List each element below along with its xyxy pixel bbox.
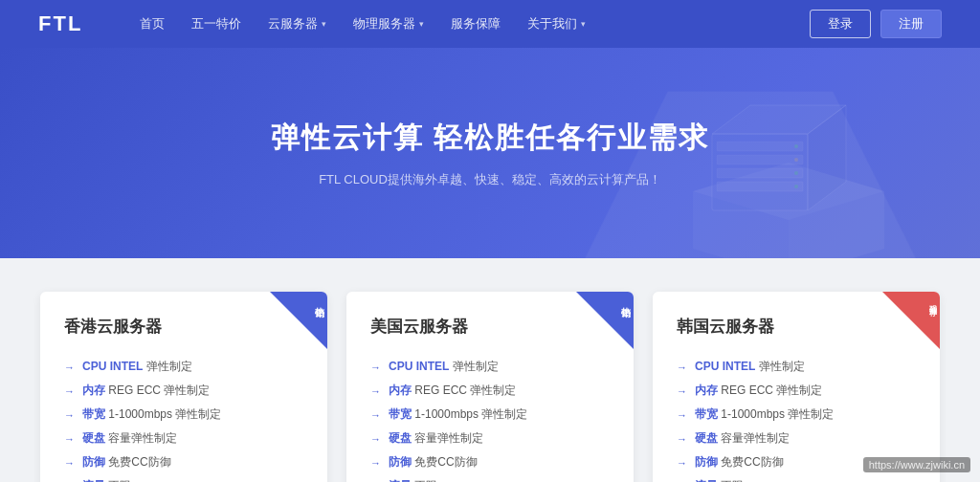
list-item: → CPU INTEL 弹性制定 xyxy=(64,355,303,379)
svg-rect-4 xyxy=(717,142,803,151)
nav: 首页 五一特价 云服务器 ▾ 物理服务器 ▾ 服务保障 关于我们 ▾ xyxy=(140,15,810,33)
badge-text-2: 热销 xyxy=(620,299,630,301)
nav-item-home[interactable]: 首页 xyxy=(140,15,165,33)
arrow-icon: → xyxy=(677,362,687,373)
arrow-icon: → xyxy=(64,362,75,373)
list-item: → 硬盘 容量弹性制定 xyxy=(370,427,610,450)
svg-rect-5 xyxy=(717,155,803,164)
arrow-icon: → xyxy=(370,409,381,421)
card-features-1: → CPU INTEL 弹性制定 → 内存 REG ECC 弹性制定 → 带宽 … xyxy=(64,355,303,482)
svg-point-11 xyxy=(794,158,798,162)
card-title-2: 美国云服务器 xyxy=(370,316,610,338)
list-item: → CPU INTEL 弹性制定 xyxy=(370,355,610,379)
header-buttons: 登录 注册 xyxy=(810,10,942,38)
arrow-icon: → xyxy=(370,385,381,397)
svg-point-12 xyxy=(794,171,798,175)
cards-row: 热销 香港云服务器 → CPU INTEL 弹性制定 → 内存 REG ECC … xyxy=(38,292,942,482)
svg-point-13 xyxy=(794,185,798,188)
arrow-icon: → xyxy=(370,433,381,445)
hero-section: 弹性云计算 轻松胜任各行业需求 FTL CLOUD提供海外卓越、快速、稳定、高效… xyxy=(0,48,980,258)
list-item: → 防御 免费CC防御 xyxy=(64,450,303,474)
list-item: → 内存 REG ECC 弹性制定 xyxy=(677,379,916,403)
arrow-icon: → xyxy=(64,409,75,421)
login-button[interactable]: 登录 xyxy=(810,10,871,38)
arrow-icon: → xyxy=(677,457,687,469)
card-usa: 热销 美国云服务器 → CPU INTEL 弹性制定 → 内存 REG ECC … xyxy=(346,292,634,482)
arrow-icon: → xyxy=(64,385,75,397)
arrow-icon: → xyxy=(370,362,381,373)
card-badge-hot-2: 热销 xyxy=(576,292,634,349)
nav-item-support[interactable]: 服务保障 xyxy=(451,15,501,33)
list-item: → 流量 不限 xyxy=(64,474,303,482)
chevron-down-icon: ▾ xyxy=(419,19,424,29)
register-button[interactable]: 注册 xyxy=(880,10,942,38)
card-badge-hot: 热销 xyxy=(270,292,327,349)
watermark: https://www.zjwiki.cn xyxy=(863,457,970,472)
hero-title: 弹性云计算 轻松胜任各行业需求 xyxy=(271,119,709,158)
svg-rect-6 xyxy=(717,168,803,178)
hero-subtitle: FTL CLOUD提供海外卓越、快速、稳定、高效的云计算产品！ xyxy=(319,171,661,188)
nav-item-sale[interactable]: 五一特价 xyxy=(191,15,241,33)
list-item: → 带宽 1-1000mbps 弹性制定 xyxy=(677,403,916,427)
server-illustration xyxy=(655,67,923,258)
chevron-down-icon: ▾ xyxy=(322,19,326,29)
list-item: → 流量 不限 xyxy=(677,474,916,482)
svg-point-10 xyxy=(794,144,798,148)
list-item: → 带宽 1-1000mbps 弹性制定 xyxy=(370,403,610,427)
list-item: → CPU INTEL 弹性制定 xyxy=(677,355,916,379)
card-title-3: 韩国云服务器 xyxy=(677,316,916,338)
badge-text-3: 强烈推荐 xyxy=(928,299,936,303)
list-item: → 内存 REG ECC 弹性制定 xyxy=(370,379,610,403)
card-korea: 强烈推荐 韩国云服务器 → CPU INTEL 弹性制定 → 内存 REG EC… xyxy=(653,292,940,482)
card-hongkong: 热销 香港云服务器 → CPU INTEL 弹性制定 → 内存 REG ECC … xyxy=(40,292,327,482)
cards-section: 热销 香港云服务器 → CPU INTEL 弹性制定 → 内存 REG ECC … xyxy=(0,258,980,482)
header: FTL 首页 五一特价 云服务器 ▾ 物理服务器 ▾ 服务保障 关于我们 ▾ 登… xyxy=(0,0,980,48)
list-item: → 硬盘 容量弹性制定 xyxy=(677,427,916,450)
list-item: → 防御 免费CC防御 xyxy=(370,450,610,474)
arrow-icon: → xyxy=(677,433,687,445)
card-title-1: 香港云服务器 xyxy=(64,316,303,338)
card-features-2: → CPU INTEL 弹性制定 → 内存 REG ECC 弹性制定 → 带宽 … xyxy=(370,355,610,482)
arrow-icon: → xyxy=(677,385,687,397)
arrow-icon: → xyxy=(370,457,381,469)
badge-text-1: 热销 xyxy=(314,299,323,301)
card-badge-special: 强烈推荐 xyxy=(882,292,940,349)
logo: FTL xyxy=(38,11,82,36)
chevron-down-icon: ▾ xyxy=(581,19,586,29)
arrow-icon: → xyxy=(64,457,75,469)
nav-item-physical[interactable]: 物理服务器 ▾ xyxy=(353,15,424,33)
arrow-icon: → xyxy=(64,433,75,445)
list-item: → 内存 REG ECC 弹性制定 xyxy=(64,379,303,403)
nav-item-about[interactable]: 关于我们 ▾ xyxy=(527,15,586,33)
list-item: → 流量 不限 xyxy=(370,474,610,482)
list-item: → 带宽 1-1000mbps 弹性制定 xyxy=(64,403,303,427)
nav-item-cloud[interactable]: 云服务器 ▾ xyxy=(268,15,326,33)
list-item: → 硬盘 容量弹性制定 xyxy=(64,427,303,450)
svg-rect-7 xyxy=(717,182,803,191)
arrow-icon: → xyxy=(677,409,687,421)
